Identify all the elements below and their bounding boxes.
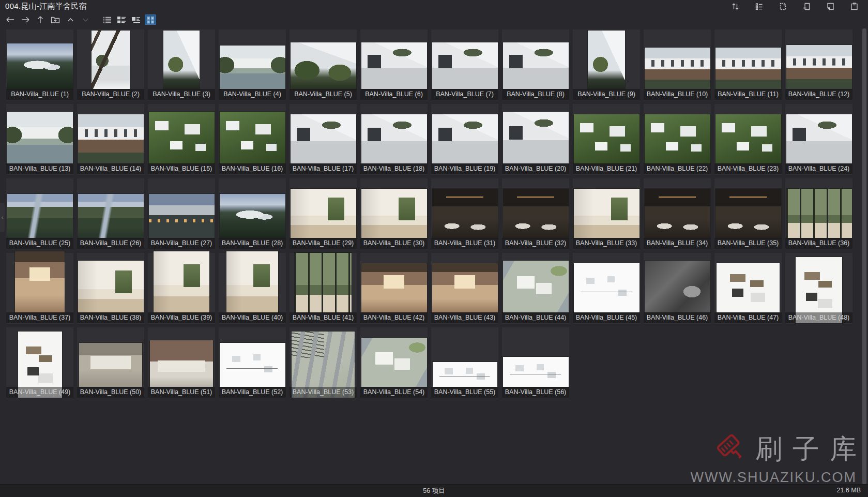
grid-item[interactable]: BAN-Villa_BLUE (21) — [573, 104, 640, 175]
grid-item[interactable]: BAN-Villa_BLUE (8) — [502, 29, 569, 100]
details-view-button[interactable] — [116, 14, 127, 25]
grid-item[interactable]: BAN-Villa_BLUE (18) — [360, 104, 428, 175]
grid-item[interactable]: BAN-Villa_BLUE (15) — [148, 104, 215, 175]
chevron-up-icon[interactable] — [65, 14, 75, 25]
grid-item[interactable]: BAN-Villa_BLUE (34) — [644, 178, 711, 249]
view-options-icon[interactable] — [755, 2, 764, 11]
grid-item[interactable]: BAN-Villa_BLUE (5) — [290, 29, 357, 100]
sidebar-collapse-handle[interactable]: ‹ — [0, 203, 5, 232]
grid-item[interactable]: BAN-Villa_BLUE (41) — [290, 253, 357, 324]
grid-item[interactable]: BAN-Villa_BLUE (53) — [290, 327, 357, 398]
thumbnail-image — [78, 114, 144, 163]
grid-item[interactable]: BAN-Villa_BLUE (19) — [431, 104, 498, 175]
thumbnail-image — [645, 189, 710, 238]
grid-item[interactable]: BAN-Villa_BLUE (36) — [785, 178, 852, 249]
sort-icon[interactable] — [731, 2, 740, 11]
grid-item[interactable]: BAN-Villa_BLUE (9) — [573, 29, 640, 100]
thumbnail-image — [503, 357, 569, 387]
scrollbar-thumb[interactable] — [862, 28, 866, 485]
grid-item[interactable]: BAN-Villa_BLUE (11) — [714, 29, 782, 100]
grid-item[interactable]: BAN-Villa_BLUE (1) — [6, 29, 73, 100]
file-name-label: BAN-Villa_BLUE (51) — [148, 387, 215, 398]
file-name-label: BAN-Villa_BLUE (24) — [785, 163, 852, 174]
thumbnail-image — [786, 189, 852, 238]
grid-item[interactable]: BAN-Villa_BLUE (47) — [714, 253, 782, 324]
grid-item[interactable]: BAN-Villa_BLUE (44) — [502, 253, 569, 324]
up-button[interactable] — [35, 14, 45, 25]
thumbnail-image — [432, 189, 498, 238]
paste-icon[interactable] — [850, 2, 859, 11]
grid-item[interactable]: BAN-Villa_BLUE (42) — [360, 253, 428, 324]
grid-item[interactable]: BAN-Villa_BLUE (17) — [290, 104, 357, 175]
grid-item[interactable]: BAN-Villa_BLUE (14) — [77, 104, 144, 175]
grid-item[interactable]: BAN-Villa_BLUE (38) — [77, 253, 144, 324]
file-name-label: BAN-Villa_BLUE (4) — [219, 89, 286, 100]
thumbnail-image — [226, 251, 278, 312]
grid-item[interactable]: BAN-Villa_BLUE (25) — [6, 178, 73, 249]
grid-item[interactable]: BAN-Villa_BLUE (10) — [644, 29, 711, 100]
grid-item[interactable]: BAN-Villa_BLUE (52) — [219, 327, 286, 398]
grid-item[interactable]: BAN-Villa_BLUE (51) — [148, 327, 215, 398]
thumbnail-image — [645, 48, 710, 89]
grid-item[interactable]: BAN-Villa_BLUE (49) — [6, 327, 73, 398]
grid-item[interactable]: BAN-Villa_BLUE (13) — [6, 104, 73, 175]
thumbnail-image — [361, 42, 427, 89]
grid-item[interactable]: BAN-Villa_BLUE (46) — [644, 253, 711, 324]
thumbnail-image — [361, 114, 427, 163]
grid-item[interactable]: BAN-Villa_BLUE (33) — [573, 178, 640, 249]
grid-item[interactable]: BAN-Villa_BLUE (56) — [502, 327, 569, 398]
grid-item[interactable]: BAN-Villa_BLUE (32) — [502, 178, 569, 249]
copy-icon[interactable] — [826, 2, 835, 11]
watermark: 刷子库 WWW.SHUAZIKU.COM — [676, 431, 857, 486]
thumbnail-image — [92, 31, 130, 89]
grid-item[interactable]: BAN-Villa_BLUE (28) — [219, 178, 286, 249]
grid-item[interactable]: BAN-Villa_BLUE (4) — [219, 29, 286, 100]
grid-item[interactable]: BAN-Villa_BLUE (37) — [6, 253, 73, 324]
file-name-label: BAN-Villa_BLUE (38) — [77, 312, 144, 323]
total-size-label: 21.6 MB — [836, 487, 861, 494]
grid-item[interactable]: BAN-Villa_BLUE (12) — [785, 29, 852, 100]
grid-item[interactable]: BAN-Villa_BLUE (22) — [644, 104, 711, 175]
grid-item[interactable]: BAN-Villa_BLUE (6) — [360, 29, 428, 100]
chevron-down-icon[interactable] — [80, 14, 90, 25]
grid-item[interactable]: BAN-Villa_BLUE (54) — [360, 327, 428, 398]
compact-view-button[interactable] — [130, 14, 142, 25]
file-name-label: BAN-Villa_BLUE (12) — [785, 89, 852, 100]
new-file-icon[interactable] — [779, 2, 787, 11]
grid-item[interactable]: BAN-Villa_BLUE (27) — [148, 178, 215, 249]
file-name-label: BAN-Villa_BLUE (1) — [6, 89, 73, 100]
grid-item[interactable]: BAN-Villa_BLUE (23) — [714, 104, 782, 175]
grid-item[interactable]: BAN-Villa_BLUE (45) — [573, 253, 640, 324]
add-file-icon[interactable] — [802, 2, 811, 11]
grid-item[interactable]: BAN-Villa_BLUE (7) — [431, 29, 498, 100]
file-name-label: BAN-Villa_BLUE (41) — [290, 312, 357, 323]
list-view-button[interactable] — [101, 14, 113, 25]
grid-item[interactable]: BAN-Villa_BLUE (3) — [148, 29, 215, 100]
folder-up-icon[interactable] — [50, 14, 60, 25]
grid-item[interactable]: BAN-Villa_BLUE (26) — [77, 178, 144, 249]
vertical-scrollbar[interactable] — [862, 28, 867, 485]
grid-item[interactable]: BAN-Villa_BLUE (55) — [431, 327, 498, 398]
folder-title: 004.昆山-江南半舍民宿 — [5, 2, 87, 11]
file-name-label: BAN-Villa_BLUE (56) — [502, 387, 569, 398]
back-button[interactable] — [5, 14, 16, 25]
grid-item[interactable]: BAN-Villa_BLUE (39) — [148, 253, 215, 324]
grid-item[interactable]: BAN-Villa_BLUE (35) — [714, 178, 782, 249]
grid-item[interactable]: BAN-Villa_BLUE (29) — [290, 178, 357, 249]
grid-view-button[interactable] — [145, 14, 156, 25]
grid-item[interactable]: BAN-Villa_BLUE (2) — [77, 29, 144, 100]
grid-item[interactable]: BAN-Villa_BLUE (20) — [502, 104, 569, 175]
grid-item[interactable]: BAN-Villa_BLUE (31) — [431, 178, 498, 249]
thumbnail-image — [7, 112, 73, 163]
grid-item[interactable]: BAN-Villa_BLUE (50) — [77, 327, 144, 398]
grid-item[interactable]: BAN-Villa_BLUE (48) — [785, 253, 852, 324]
file-name-label: BAN-Villa_BLUE (22) — [644, 163, 711, 174]
thumbnail-image — [163, 31, 200, 89]
grid-item[interactable]: BAN-Villa_BLUE (24) — [785, 104, 852, 175]
grid-item[interactable]: BAN-Villa_BLUE (16) — [219, 104, 286, 175]
grid-item[interactable]: BAN-Villa_BLUE (43) — [431, 253, 498, 324]
grid-item[interactable]: BAN-Villa_BLUE (40) — [219, 253, 286, 324]
file-name-label: BAN-Villa_BLUE (46) — [644, 312, 711, 323]
grid-item[interactable]: BAN-Villa_BLUE (30) — [360, 178, 428, 249]
forward-button[interactable] — [20, 14, 31, 25]
